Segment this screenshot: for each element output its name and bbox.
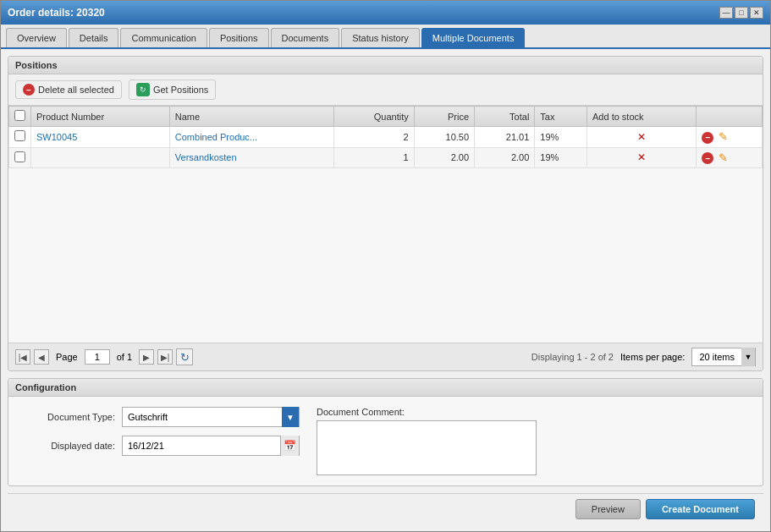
header-tax: Tax — [535, 107, 587, 127]
delete-all-icon: − — [23, 84, 35, 96]
tab-overview[interactable]: Overview — [6, 28, 67, 47]
row2-delete-icon[interactable]: − — [702, 152, 713, 164]
row1-edit-icon[interactable]: ✎ — [719, 130, 728, 143]
row2-add-to-stock: ✕ — [587, 147, 697, 168]
header-actions — [697, 107, 763, 127]
row1-quantity: 2 — [333, 127, 414, 148]
next-page-button[interactable]: ▶ — [139, 349, 154, 365]
row1-product-number-link[interactable]: SW10045 — [36, 132, 77, 142]
items-per-page-arrow[interactable]: ▼ — [741, 348, 755, 366]
config-right: Document Comment: — [317, 407, 749, 475]
page-label: Page — [56, 352, 78, 362]
close-button[interactable]: ✕ — [750, 7, 763, 19]
items-per-page-value: 20 items — [692, 350, 741, 364]
displayed-date-input[interactable]: 16/12/21 📅 — [122, 436, 300, 456]
positions-section: Positions − Delete all selected ↻ Get Po… — [8, 56, 763, 371]
tab-details[interactable]: Details — [69, 28, 119, 47]
row2-name: Versandkosten — [169, 147, 333, 168]
refresh-button[interactable]: ↻ — [176, 348, 193, 365]
last-page-button[interactable]: ▶| — [157, 349, 173, 365]
tab-positions[interactable]: Positions — [209, 28, 269, 47]
row1-name: Combined Produc... — [169, 127, 333, 148]
tab-status-history[interactable]: Status history — [341, 28, 420, 47]
table-row: SW10045 Combined Produc... 2 10.50 21.01… — [9, 127, 763, 148]
title-bar: Order details: 20320 — □ ✕ — [1, 1, 770, 25]
maximize-button[interactable]: □ — [735, 7, 748, 19]
row1-total: 21.01 — [475, 127, 535, 148]
row1-add-to-stock: ✕ — [587, 127, 697, 148]
document-comment-textarea[interactable] — [317, 420, 537, 475]
displayed-date-row: Displayed date: 16/12/21 📅 — [22, 436, 300, 456]
row2-tax: 19% — [535, 147, 587, 168]
displayed-date-label: Displayed date: — [22, 441, 115, 451]
positions-table: Product Number Name Quantity Price Total… — [8, 106, 763, 168]
row2-checkbox[interactable] — [14, 151, 25, 162]
row2-price: 2.00 — [414, 147, 474, 168]
configuration-header: Configuration — [8, 379, 763, 397]
displaying-text: Displaying 1 - 2 of 2 — [531, 352, 614, 362]
window-title: Order details: 20320 — [8, 7, 105, 19]
pagination-left: |◀ ◀ Page of 1 ▶ ▶| ↻ — [15, 348, 193, 365]
delete-all-button[interactable]: − Delete all selected — [15, 80, 122, 99]
pagination-bar: |◀ ◀ Page of 1 ▶ ▶| ↻ Displaying 1 - 2 o… — [8, 343, 763, 370]
row1-tax: 19% — [535, 127, 587, 148]
items-per-page-select[interactable]: 20 items ▼ — [691, 348, 756, 366]
pagination-right: Displaying 1 - 2 of 2 Items per page: 20… — [531, 348, 756, 366]
footer-buttons: Preview Create Document — [8, 493, 763, 524]
row1-product-number: SW10045 — [31, 127, 170, 148]
configuration-section: Configuration Document Type: Gutschrift … — [8, 378, 763, 486]
row2-actions: − ✎ — [697, 147, 763, 168]
header-add-to-stock: Add to stock — [587, 107, 697, 127]
row2-edit-icon[interactable]: ✎ — [719, 151, 728, 164]
preview-button[interactable]: Preview — [575, 499, 641, 519]
document-type-select[interactable]: Gutschrift ▼ — [122, 407, 300, 427]
select-all-checkbox[interactable] — [14, 110, 25, 121]
document-type-row: Document Type: Gutschrift ▼ — [22, 407, 300, 427]
main-content: Positions − Delete all selected ↻ Get Po… — [1, 49, 770, 531]
row1-delete-icon[interactable]: − — [702, 132, 713, 144]
get-positions-icon: ↻ — [136, 83, 150, 96]
table-header-row: Product Number Name Quantity Price Total… — [9, 107, 763, 127]
header-name: Name — [169, 107, 333, 127]
row1-stock-x-icon[interactable]: ✕ — [637, 131, 646, 143]
row2-name-link[interactable]: Versandkosten — [175, 152, 237, 162]
minimize-button[interactable]: — — [719, 7, 733, 19]
window-controls: — □ ✕ — [719, 7, 763, 19]
row1-price: 10.50 — [414, 127, 474, 148]
first-page-button[interactable]: |◀ — [15, 349, 30, 365]
header-total: Total — [475, 107, 535, 127]
row1-name-link[interactable]: Combined Produc... — [175, 132, 257, 142]
tab-multiple-documents[interactable]: Multiple Documents — [421, 28, 526, 47]
create-document-button[interactable]: Create Document — [646, 499, 755, 519]
tab-communication[interactable]: Communication — [120, 28, 207, 47]
row2-product-number — [31, 147, 170, 168]
row2-stock-x-icon[interactable]: ✕ — [637, 151, 646, 163]
calendar-icon[interactable]: 📅 — [280, 436, 299, 456]
prev-page-button[interactable]: ◀ — [34, 349, 49, 365]
positions-table-container: Product Number Name Quantity Price Total… — [8, 106, 763, 343]
displayed-date-value: 16/12/21 — [123, 439, 280, 452]
row1-checkbox[interactable] — [14, 130, 25, 141]
header-quantity: Quantity — [333, 107, 414, 127]
header-price: Price — [414, 107, 474, 127]
positions-toolbar: − Delete all selected ↻ Get Positions — [8, 74, 763, 106]
configuration-body: Document Type: Gutschrift ▼ Displayed da… — [8, 397, 763, 485]
header-checkbox-cell — [9, 107, 31, 127]
delete-all-label: Delete all selected — [38, 85, 114, 95]
row2-quantity: 1 — [333, 147, 414, 168]
table-row: Versandkosten 1 2.00 2.00 19% ✕ − ✎ — [9, 147, 763, 168]
tab-documents[interactable]: Documents — [271, 28, 340, 47]
items-per-page-label: Items per page: — [620, 352, 685, 362]
config-left: Document Type: Gutschrift ▼ Displayed da… — [22, 407, 300, 475]
tabs-bar: Overview Details Communication Positions… — [1, 25, 770, 49]
document-type-label: Document Type: — [22, 412, 115, 422]
row2-total: 2.00 — [475, 147, 535, 168]
get-positions-button[interactable]: ↻ Get Positions — [129, 80, 216, 100]
of-label: of 1 — [117, 352, 132, 362]
row1-actions: − ✎ — [697, 127, 763, 148]
page-input[interactable] — [85, 349, 110, 365]
header-product-number: Product Number — [31, 107, 170, 127]
document-type-arrow-icon[interactable]: ▼ — [282, 407, 299, 427]
document-comment-label: Document Comment: — [317, 407, 749, 417]
row2-checkbox-cell — [9, 147, 31, 168]
